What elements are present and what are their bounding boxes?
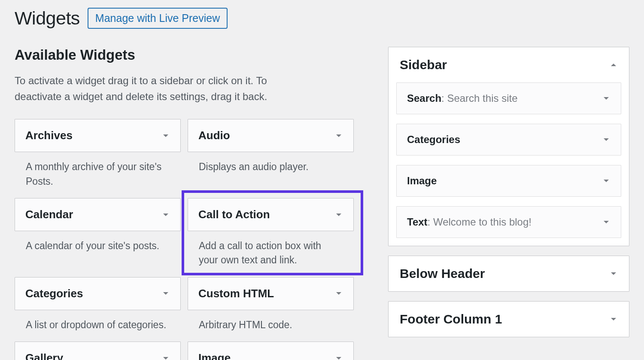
chevron-down-icon: [161, 289, 170, 298]
chevron-down-icon: [334, 354, 343, 360]
chevron-down-icon: [334, 211, 343, 219]
widget-item-custom-html[interactable]: Custom HTML: [188, 277, 354, 310]
available-widgets-heading: Available Widgets: [15, 47, 354, 63]
chevron-down-icon: [602, 218, 611, 226]
widget-item-description: A list or dropdown of categories.: [15, 310, 181, 332]
widget-item-description: A monthly archive of your site's Posts.: [15, 152, 181, 189]
sidebar-widget-title: Text: Welcome to this blog!: [407, 216, 532, 228]
widget-item-call-to-action[interactable]: Call to Action: [188, 198, 354, 231]
widget-area-header[interactable]: Footer Column 1: [389, 302, 629, 337]
widget-item-description: Add a call to action box with your own t…: [188, 231, 354, 268]
widget-area-header[interactable]: Sidebar: [389, 47, 629, 82]
chevron-down-icon: [334, 131, 343, 140]
manage-live-preview-button[interactable]: Manage with Live Preview: [88, 8, 228, 29]
widget-item-title: Categories: [25, 287, 83, 300]
chevron-down-icon: [161, 211, 170, 219]
chevron-up-icon: [609, 61, 618, 69]
available-widgets-grid: Archives A monthly archive of your site'…: [15, 119, 354, 360]
chevron-down-icon: [602, 94, 611, 103]
widget-item-description: A calendar of your site's posts.: [15, 231, 181, 253]
widget-item-calendar[interactable]: Calendar: [15, 198, 181, 231]
widget-area-title: Sidebar: [400, 58, 447, 72]
page-title: Widgets: [15, 8, 80, 29]
widget-area-footer-column-1: Footer Column 1: [388, 301, 629, 337]
widget-item-description: Displays an audio player.: [188, 152, 354, 174]
chevron-down-icon: [334, 289, 343, 298]
chevron-down-icon: [602, 177, 611, 185]
chevron-down-icon: [609, 269, 618, 278]
widget-item-gallery[interactable]: Gallery: [15, 342, 181, 360]
sidebar-widget-title: Image: [407, 175, 437, 187]
widget-area-below-header: Below Header: [388, 256, 629, 292]
widget-item-title: Gallery: [25, 351, 63, 360]
widget-area-title: Below Header: [400, 266, 485, 281]
widget-area-title: Footer Column 1: [400, 312, 502, 326]
widget-item-description: Arbitrary HTML code.: [188, 310, 354, 332]
widget-item-title: Custom HTML: [198, 287, 274, 300]
widget-item-title: Calendar: [25, 208, 73, 221]
widget-item-title: Audio: [198, 129, 230, 142]
sidebar-widget-categories[interactable]: Categories: [396, 124, 621, 156]
widget-item-title: Image: [198, 351, 231, 360]
widget-item-title: Archives: [25, 129, 73, 142]
widget-item-archives[interactable]: Archives: [15, 119, 181, 152]
widget-item-audio[interactable]: Audio: [188, 119, 354, 152]
chevron-down-icon: [602, 135, 611, 144]
widget-item-image[interactable]: Image: [188, 342, 354, 360]
chevron-down-icon: [609, 315, 618, 323]
chevron-down-icon: [161, 131, 170, 140]
sidebar-widget-text[interactable]: Text: Welcome to this blog!: [396, 206, 621, 238]
widget-area-header[interactable]: Below Header: [389, 256, 629, 291]
widget-area-sidebar: Sidebar Search: Search this site Categor…: [388, 47, 629, 246]
sidebar-widget-title: Search: Search this site: [407, 92, 517, 104]
sidebar-widget-image[interactable]: Image: [396, 165, 621, 197]
chevron-down-icon: [161, 354, 170, 360]
widget-item-categories[interactable]: Categories: [15, 277, 181, 310]
widget-item-title: Call to Action: [198, 208, 270, 221]
sidebar-widget-search[interactable]: Search: Search this site: [396, 82, 621, 114]
sidebar-widget-title: Categories: [407, 134, 460, 146]
available-widgets-description: To activate a widget drag it to a sideba…: [15, 73, 315, 104]
